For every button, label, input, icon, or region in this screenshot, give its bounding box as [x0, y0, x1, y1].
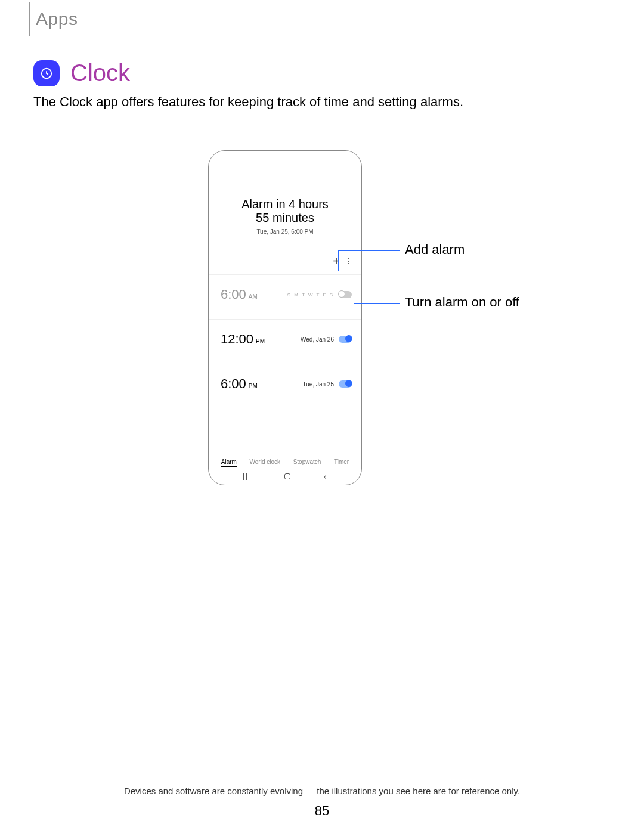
- back-icon[interactable]: ‹: [324, 472, 327, 481]
- alarm-repeat-days: S M T W T F S: [287, 292, 334, 298]
- more-options-icon[interactable]: [348, 258, 349, 264]
- alarm-toggle[interactable]: [339, 336, 352, 343]
- breadcrumb: Apps: [29, 2, 78, 36]
- tab-alarm[interactable]: Alarm: [221, 459, 237, 467]
- alarm-toggle[interactable]: [339, 380, 352, 388]
- alarm-time: 12:00: [221, 332, 253, 347]
- callout-toggle: Turn alarm on or off: [405, 295, 519, 310]
- alarm-summary: Alarm in 4 hours 55 minutes Tue, Jan 25,…: [209, 151, 361, 235]
- alarm-time: 6:00: [221, 287, 246, 302]
- recents-icon[interactable]: [243, 473, 250, 480]
- alarm-ampm: PM: [249, 383, 258, 389]
- alarm-time: 6:00: [221, 376, 246, 392]
- breadcrumb-text: Apps: [36, 9, 78, 29]
- tab-timer[interactable]: Timer: [334, 459, 349, 467]
- alarm-date: Tue, Jan 25: [303, 381, 334, 388]
- alarm-list: 6:00 AM S M T W T F S 12:00 PM Wed, Jan …: [209, 274, 361, 404]
- heading-text: Clock: [70, 60, 130, 86]
- alarm-row[interactable]: 6:00 AM S M T W T F S: [209, 274, 361, 314]
- alarm-summary-sub: Tue, Jan 25, 6:00 PM: [209, 228, 361, 235]
- alarm-summary-line2: 55 minutes: [209, 211, 361, 225]
- alarm-summary-line1: Alarm in 4 hours: [209, 197, 361, 211]
- alarm-toggle[interactable]: [339, 291, 352, 298]
- phone-mockup: Alarm in 4 hours 55 minutes Tue, Jan 25,…: [208, 150, 362, 485]
- add-alarm-icon[interactable]: +: [333, 255, 340, 267]
- android-nav-bar: ‹: [209, 472, 361, 481]
- clock-app-icon: [33, 60, 60, 86]
- callout-add-alarm: Add alarm: [405, 242, 465, 258]
- tab-stopwatch[interactable]: Stopwatch: [293, 459, 321, 467]
- intro-text: The Clock app offers features for keepin…: [33, 94, 463, 110]
- bottom-tabs: Alarm World clock Stopwatch Timer: [209, 454, 361, 467]
- tab-world-clock[interactable]: World clock: [250, 459, 281, 467]
- callout-connector: [354, 303, 400, 304]
- section-heading: Clock: [33, 60, 130, 86]
- callout-connector: [338, 250, 339, 271]
- alarm-ampm: AM: [249, 293, 258, 300]
- alarm-row[interactable]: 12:00 PM Wed, Jan 26: [209, 319, 361, 359]
- home-icon[interactable]: [284, 473, 290, 479]
- callout-connector: [338, 250, 400, 251]
- alarm-row[interactable]: 6:00 PM Tue, Jan 25: [209, 364, 361, 404]
- page-number: 85: [0, 803, 644, 819]
- alarm-date: Wed, Jan 26: [301, 336, 334, 343]
- footer-note: Devices and software are constantly evol…: [0, 786, 644, 796]
- alarm-ampm: PM: [256, 338, 265, 345]
